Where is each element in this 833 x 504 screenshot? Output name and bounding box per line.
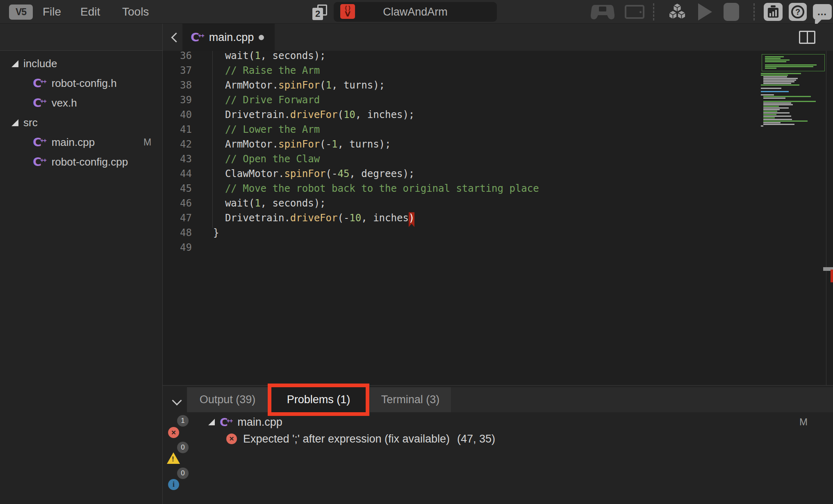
warning-icon	[167, 452, 180, 464]
error-icon	[226, 434, 237, 444]
code-text[interactable]: // Raise the Arm	[213, 63, 320, 78]
warning-count-badge: 0	[177, 442, 189, 453]
feedback-button[interactable]: …	[812, 0, 833, 24]
file-label: vex.h	[52, 97, 77, 109]
code-line[interactable]: 39 // Drive Forward	[163, 93, 833, 107]
code-text[interactable]: // Move the robot back to the original s…	[213, 181, 539, 196]
code-line[interactable]: 43 // Open the Claw	[163, 152, 833, 166]
help-button[interactable]: ?	[787, 0, 808, 24]
editor-tab-bar: C++ main.cpp	[163, 24, 833, 51]
unsaved-dot-icon	[259, 35, 264, 40]
code-line[interactable]: 42 ArmMotor.spinFor(-1, turns);	[163, 137, 833, 152]
toolbar-divider	[753, 3, 755, 20]
info-count-badge: 0	[177, 468, 189, 479]
menu-edit[interactable]: Edit	[80, 0, 100, 24]
minimap-line	[763, 109, 780, 110]
minimap-line	[761, 73, 801, 74]
split-editor-button[interactable]	[799, 31, 815, 44]
panel-tab-terminal[interactable]: Terminal (3)	[370, 387, 451, 412]
v5-logo-icon[interactable]: V5	[9, 5, 33, 20]
slot-number-label: 2	[312, 8, 323, 20]
bottom-panel: Output (39)Problems (1)Terminal (3) 1 0 …	[163, 385, 833, 504]
code-line[interactable]: 37 // Raise the Arm	[163, 63, 833, 78]
code-text[interactable]: // Drive Forward	[213, 93, 320, 107]
minimap-line	[763, 111, 777, 112]
panel-tab-problems[interactable]: Problems (1)	[271, 387, 366, 412]
project-selector[interactable]: { }∨ ClawAndArm	[334, 2, 497, 22]
code-line[interactable]: 47 Drivetrain.driveFor(-10, inches)	[163, 211, 833, 225]
minimap-header-box	[762, 54, 825, 71]
code-text[interactable]: }	[213, 225, 219, 240]
problem-item-row[interactable]: Expected ';' after expression (fix avail…	[226, 431, 495, 447]
line-number: 40	[163, 107, 192, 122]
minimap-line	[763, 117, 775, 118]
tree-item-include[interactable]: include	[0, 54, 162, 73]
run-button[interactable]	[696, 0, 714, 24]
top-menu-bar: V5 FileEditTools 2 { }∨ ClawAndArm	[0, 0, 833, 24]
code-line[interactable]: 41 // Lower the Arm	[163, 122, 833, 137]
line-number: 47	[163, 211, 192, 225]
minimap-line	[765, 66, 813, 67]
minimap-line	[761, 84, 799, 86]
cpp-file-icon: C++	[33, 156, 46, 168]
tab-back-button[interactable]	[168, 24, 183, 51]
tree-item-vex-h[interactable]: C++vex.h	[0, 93, 162, 113]
tree-item-robot-config-h[interactable]: C++robot-config.h	[0, 73, 162, 93]
project-name: ClawAndArm	[334, 2, 497, 22]
minimap-line	[761, 88, 781, 89]
slot-number-icon[interactable]: 2	[312, 5, 329, 20]
menu-tools[interactable]: Tools	[122, 0, 149, 24]
code-text[interactable]: Drivetrain.driveFor(-10, inches)	[213, 211, 414, 225]
minimap-line	[763, 83, 791, 84]
tab-main-cpp[interactable]: C++ main.cpp	[182, 24, 275, 51]
code-editor[interactable]: 36 wait(1, seconds);37 // Raise the Arm3…	[163, 51, 833, 385]
tree-item-robot-config-cpp[interactable]: C++robot-config.cpp	[0, 152, 162, 172]
download-cubes-icon	[668, 2, 687, 21]
brain-icon	[625, 5, 644, 19]
code-text[interactable]: // Lower the Arm	[213, 122, 320, 137]
code-line[interactable]: 36 wait(1, seconds);	[163, 51, 833, 63]
code-line[interactable]: 48}	[163, 225, 833, 240]
code-line[interactable]: 44 ClawMotor.spinFor(-45, degrees);	[163, 166, 833, 181]
brain-button[interactable]	[622, 0, 647, 24]
stop-button[interactable]	[722, 0, 740, 24]
code-text[interactable]: ArmMotor.spinFor(-1, turns);	[213, 137, 391, 152]
code-line[interactable]: 40 Drivetrain.driveFor(10, inches);	[163, 107, 833, 122]
cpp-file-icon: C++	[33, 136, 46, 148]
line-number: 45	[163, 181, 192, 196]
vexcode-window: V5 FileEditTools 2 { }∨ ClawAndArm	[0, 0, 833, 504]
code-text[interactable]: wait(1, seconds);	[213, 196, 326, 211]
line-number: 36	[163, 51, 192, 63]
code-text[interactable]: Drivetrain.driveFor(10, inches);	[213, 107, 414, 122]
controller-button[interactable]	[589, 0, 616, 24]
code-text[interactable]: ClawMotor.spinFor(-45, degrees);	[213, 166, 414, 181]
download-button[interactable]	[667, 0, 688, 24]
feedback-chat-icon: …	[813, 4, 832, 20]
controller-icon	[590, 3, 615, 20]
code-line[interactable]: 49	[163, 240, 833, 255]
minimap-line	[765, 61, 786, 62]
problems-file-row[interactable]: C++ main.cpp M	[208, 413, 823, 431]
cpp-file-icon: C++	[33, 97, 46, 109]
minimap-line	[763, 104, 793, 105]
cpp-file-icon: C++	[33, 77, 46, 89]
panel-collapse-button[interactable]	[168, 393, 185, 408]
code-text[interactable]: // Open the Claw	[213, 152, 320, 166]
panel-tab-output[interactable]: Output (39)	[187, 387, 268, 412]
battery-button[interactable]	[762, 0, 784, 24]
modified-badge: M	[799, 416, 808, 428]
folder-label: include	[23, 57, 57, 70]
code-line[interactable]: 45 // Move the robot back to the origina…	[163, 181, 833, 196]
tree-item-src[interactable]: src	[0, 113, 162, 132]
minimap[interactable]	[761, 53, 826, 135]
code-line[interactable]: 38 ArmMotor.spinFor(1, turns);	[163, 78, 833, 93]
battery-icon	[764, 3, 783, 21]
code-line[interactable]: 46 wait(1, seconds);	[163, 196, 833, 211]
menu-file[interactable]: File	[43, 0, 61, 24]
minimap-line	[763, 124, 794, 125]
minimap-line	[765, 64, 817, 66]
code-text[interactable]: ArmMotor.spinFor(1, turns);	[213, 78, 385, 93]
code-text[interactable]: wait(1, seconds);	[213, 51, 326, 63]
tree-item-main-cpp[interactable]: C++main.cppM	[0, 132, 162, 152]
minimap-line	[763, 98, 785, 99]
